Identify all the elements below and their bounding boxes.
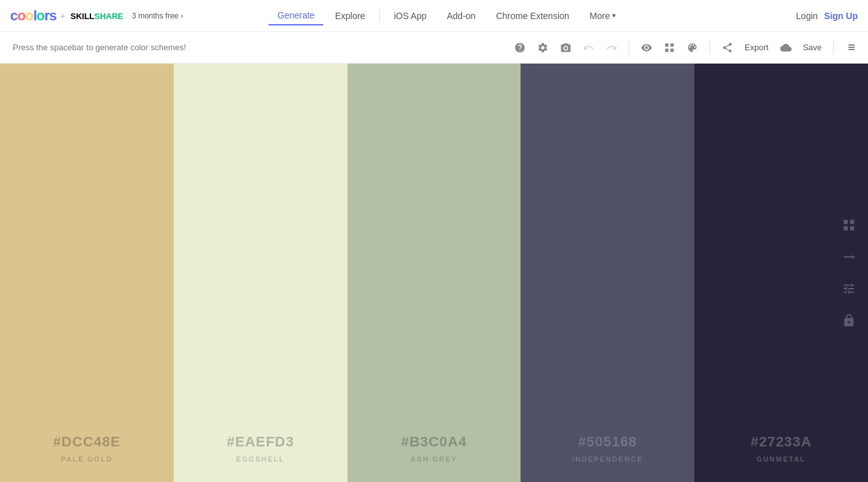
help-icon[interactable] [514,42,526,53]
toolbar-hint: Press the spacebar to generate color sch… [13,43,514,52]
save-button[interactable]: Save [803,43,822,52]
coolors-logo[interactable]: coolors [10,8,57,24]
color-name-2: EGGSHELL [236,455,285,463]
camera-icon[interactable] [560,42,571,53]
color-swatch-4[interactable]: #505168 INDEPENDENCE [521,64,694,482]
side-resize-icon[interactable] [842,250,856,264]
color-swatch-3[interactable]: #B3C0A4 ASH GREY [347,64,521,482]
toolbar-sep-2 [710,41,710,54]
nav-more[interactable]: More ▾ [581,7,626,25]
nav-explore[interactable]: Explore [326,7,374,25]
color-name-5: GUNMETAL [757,455,806,463]
color-name-1: PALE GOLD [61,455,113,463]
nav-generate[interactable]: Generate [269,6,323,25]
grid-icon[interactable] [664,42,675,53]
toolbar-sep-3 [833,41,834,54]
color-hex-1: #DCC48E [53,434,120,450]
color-hex-5: #27233A [750,434,811,450]
color-hex-3: #B3C0A4 [401,434,467,450]
toolbar-icons: Export Save ≡ [514,40,855,55]
palette-icon[interactable] [687,42,698,53]
toolbar-sep-1 [629,41,629,54]
color-palette: #DCC48E PALE GOLD #EAEFD3 EGGSHELL #B3C0… [0,64,868,482]
menu-icon[interactable]: ≡ [848,40,855,55]
side-icons [830,218,868,327]
nav-ios[interactable]: iOS App [385,7,435,25]
header-actions: Login Sign Up [796,11,858,21]
plus-separator: + [60,11,66,21]
redo-icon[interactable] [606,42,617,53]
login-button[interactable]: Login [796,11,818,21]
undo-icon[interactable] [583,42,594,53]
color-swatch-1[interactable]: #DCC48E PALE GOLD [0,64,174,482]
color-name-4: INDEPENDENCE [572,455,643,463]
header: coolors + SKILLSHARE 3 months free › Gen… [0,0,868,32]
skillshare-logo[interactable]: SKILLSHARE [69,10,123,22]
toolbar: Press the spacebar to generate color sch… [0,32,868,64]
color-name-3: ASH GREY [410,455,457,463]
chevron-down-icon: ▾ [612,11,616,20]
view-icon[interactable] [641,42,652,53]
promo-text[interactable]: 3 months free › [130,11,183,20]
side-lock-icon[interactable] [842,313,856,327]
nav-divider [379,10,380,22]
settings-icon[interactable] [537,42,549,53]
side-sliders-icon[interactable] [842,282,856,296]
signup-button[interactable]: Sign Up [824,11,858,21]
nav-addon[interactable]: Add-on [438,7,484,25]
color-hex-2: #EAEFD3 [227,434,294,450]
share-icon[interactable] [722,42,733,53]
main-nav: Generate Explore iOS App Add-on Chrome E… [269,6,625,25]
cloud-icon[interactable] [780,42,792,53]
color-swatch-2[interactable]: #EAEFD3 EGGSHELL [174,64,347,482]
export-button[interactable]: Export [745,43,769,52]
color-hex-4: #505168 [578,434,637,450]
side-grid-icon[interactable] [842,218,856,232]
color-swatch-5[interactable]: #27233A GUNMETAL [694,64,868,482]
promo-arrow: › [181,11,183,20]
nav-chrome[interactable]: Chrome Extension [487,7,578,25]
